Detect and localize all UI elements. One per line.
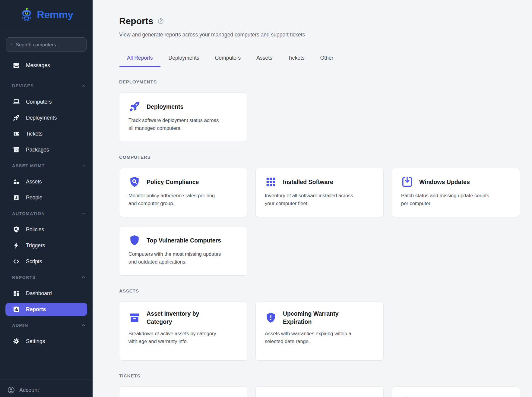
brand-name: Remmy xyxy=(37,9,73,20)
sidebar-footer: Account xyxy=(0,380,93,397)
report-card-head: Deployments xyxy=(128,101,238,113)
shield-icon xyxy=(401,396,413,397)
sidebar-search xyxy=(6,37,87,52)
report-card-description: Patch status and missing update counts p… xyxy=(401,192,496,207)
account-button[interactable]: Account xyxy=(7,386,85,394)
report-card-description: Computers with the most missing updates … xyxy=(128,250,224,266)
report-card-head: Windows Updates xyxy=(401,176,511,188)
report-card-grid: Asset Inventory by CategoryBreakdown of … xyxy=(119,302,520,361)
report-card-title: Policy Compliance xyxy=(147,178,199,186)
sidebar-section-label: ADMIN xyxy=(12,323,28,328)
report-sections: DEPLOYMENTSDeploymentsTrack software dep… xyxy=(119,79,520,397)
sidebar-item-label: Packages xyxy=(26,147,49,153)
sidebar-item-label: Messages xyxy=(26,62,50,69)
help-icon[interactable] xyxy=(157,18,164,24)
report-card-asset-inventory-by-category[interactable]: Asset Inventory by CategoryBreakdown of … xyxy=(119,302,247,361)
tab-assets[interactable]: Assets xyxy=(249,54,280,67)
sidebar-item-label: Scripts xyxy=(26,258,42,265)
sidebar-item-deployments[interactable]: Deployments xyxy=(5,111,87,124)
page-subtitle: View and generate reports across your ma… xyxy=(119,31,520,39)
report-card-stub[interactable] xyxy=(255,386,384,397)
sidebar-item-settings[interactable]: Settings xyxy=(5,335,87,348)
ticket-icon xyxy=(13,130,20,137)
report-card-description: Monitor policy adherence rates per ring … xyxy=(128,192,224,207)
sidebar-item-assets[interactable]: Assets xyxy=(5,175,87,188)
laptop-icon xyxy=(13,98,20,105)
report-card-stub[interactable] xyxy=(392,386,520,397)
chevron-up-icon xyxy=(81,211,86,216)
chevron-up-icon xyxy=(81,275,86,280)
lightning-icon xyxy=(13,242,20,249)
report-card-title: Windows Updates xyxy=(419,178,470,186)
shield-search-icon xyxy=(128,176,141,188)
section-label-assets: ASSETS xyxy=(119,288,520,294)
sidebar-item-people[interactable]: People xyxy=(5,191,87,204)
report-card-policy-compliance[interactable]: Policy ComplianceMonitor policy adherenc… xyxy=(119,168,247,217)
report-card-upcoming-warranty-expiration[interactable]: Upcoming Warranty ExpirationAssets with … xyxy=(255,302,384,361)
sidebar-item-packages[interactable]: Packages xyxy=(5,143,87,156)
sidebar-item-messages[interactable]: Messages xyxy=(5,59,87,72)
tab-other[interactable]: Other xyxy=(312,54,341,67)
messages-icon xyxy=(13,62,20,69)
archive-box-icon xyxy=(128,312,141,324)
report-card-title: Top Vulnerable Computers xyxy=(147,236,221,245)
page-title: Reports xyxy=(119,16,153,27)
sidebar-item-label: People xyxy=(26,195,43,201)
report-card-title: Deployments xyxy=(147,103,183,111)
sidebar-item-label: Policies xyxy=(26,227,44,233)
sidebar-section-label: AUTOMATION xyxy=(12,211,45,216)
download-icon xyxy=(401,176,413,188)
tab-deployments[interactable]: Deployments xyxy=(161,54,207,67)
bar-chart-icon xyxy=(13,306,20,313)
sidebar-item-label: Triggers xyxy=(26,242,45,249)
report-card-head: Installed Software xyxy=(265,176,374,188)
sidebar-item-triggers[interactable]: Triggers xyxy=(5,239,87,252)
report-card-top-vulnerable-computers[interactable]: Top Vulnerable ComputersComputers with t… xyxy=(119,226,247,276)
user-circle-icon xyxy=(7,386,15,394)
report-card-head: Policy Compliance xyxy=(128,176,238,188)
report-card-grid: Policy ComplianceMonitor policy adherenc… xyxy=(119,168,520,276)
rocket-icon xyxy=(128,101,141,113)
chevron-up-icon xyxy=(81,323,86,328)
search-input[interactable] xyxy=(16,42,82,48)
report-card-stub[interactable] xyxy=(119,386,247,397)
report-card-windows-updates[interactable]: Windows UpdatesPatch status and missing … xyxy=(392,168,520,217)
report-card-head: Asset Inventory by Category xyxy=(128,310,238,326)
shield-search-icon xyxy=(13,226,20,233)
rocket-icon xyxy=(13,114,20,121)
report-card-deployments[interactable]: DeploymentsTrack software deployment sta… xyxy=(119,92,247,142)
sidebar-item-label: Dashboard xyxy=(26,290,52,297)
sidebar-section-label: ASSET MGMT xyxy=(12,163,45,168)
tab-computers[interactable]: Computers xyxy=(207,54,249,67)
report-card-title: Upcoming Warranty Expiration xyxy=(283,310,354,326)
sidebar-item-policies[interactable]: Policies xyxy=(5,223,87,236)
sidebar-section-automation[interactable]: AUTOMATION xyxy=(0,207,93,220)
sidebar-item-label: Reports xyxy=(26,306,46,313)
sidebar-item-computers[interactable]: Computers xyxy=(5,95,87,108)
account-label: Account xyxy=(19,387,39,393)
sidebar-section-admin[interactable]: ADMIN xyxy=(0,319,93,332)
shield-alert-icon xyxy=(265,312,277,324)
sidebar-section-asset-mgmt[interactable]: ASSET MGMT xyxy=(0,159,93,172)
report-card-installed-software[interactable]: Installed SoftwareInventory of all softw… xyxy=(255,168,384,217)
tab-tickets[interactable]: Tickets xyxy=(280,54,312,67)
shield-icon xyxy=(128,234,141,246)
sidebar-item-scripts[interactable]: Scripts xyxy=(5,255,87,268)
app-grid-icon xyxy=(265,176,277,188)
sidebar-section-devices[interactable]: DEVICES xyxy=(0,79,93,92)
brand: Remmy xyxy=(0,0,93,29)
report-card-head: Top Vulnerable Computers xyxy=(128,234,238,246)
tab-all-reports[interactable]: All Reports xyxy=(119,54,161,67)
sidebar-item-tickets[interactable]: Tickets xyxy=(5,127,87,140)
sidebar-item-dashboard[interactable]: Dashboard xyxy=(5,287,87,300)
sidebar-section-reports[interactable]: REPORTS xyxy=(0,271,93,284)
sidebar-item-label: Settings xyxy=(26,338,45,345)
chevron-up-icon xyxy=(81,83,86,88)
sidebar-item-reports[interactable]: Reports xyxy=(5,303,87,316)
gear-icon xyxy=(13,338,20,345)
page-header: Reports xyxy=(119,16,520,27)
section-label-deployments: DEPLOYMENTS xyxy=(119,79,520,85)
report-card-grid: DeploymentsTrack software deployment sta… xyxy=(119,92,520,142)
report-card-description: Track software deployment status across … xyxy=(128,116,224,132)
remmy-robot-logo-icon xyxy=(19,7,34,22)
